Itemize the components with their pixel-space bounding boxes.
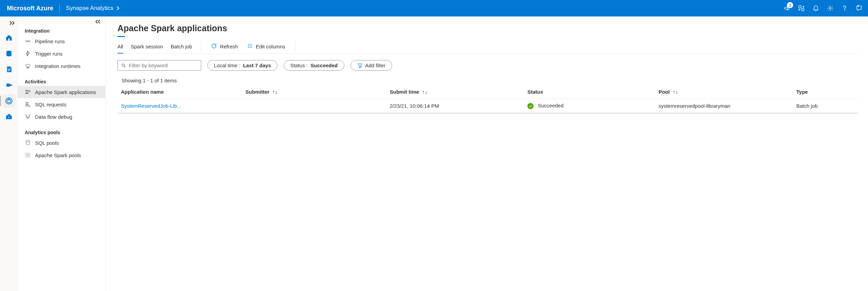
sidebar-item-spark-pools[interactable]: Apache Spark pools: [18, 149, 105, 161]
sidebar-item-pipeline-runs[interactable]: Pipeline runs: [18, 35, 105, 47]
rail-data-icon[interactable]: [5, 49, 13, 58]
svg-point-20: [29, 115, 30, 116]
status-filter-value: Succeeded: [310, 62, 338, 68]
sort-icon: [422, 90, 427, 95]
announcement-badge: 1: [787, 2, 793, 8]
service-breadcrumb[interactable]: Synapse Analytics: [66, 5, 119, 12]
edit-columns-button[interactable]: Edit columns: [246, 42, 286, 54]
svg-rect-9: [9, 84, 12, 86]
add-filter-label: Add filter: [365, 62, 386, 68]
toolbar: All Spark session Batch job Refresh Edit…: [117, 41, 858, 54]
sidebar-item-label: Trigger runs: [35, 51, 62, 57]
sidebar-item-sql-pools[interactable]: SQL pools: [18, 137, 105, 149]
time-filter-chip[interactable]: Local time : Last 7 days: [207, 60, 277, 71]
sidebar-item-label: Data flow debug: [35, 114, 72, 120]
results-count: Showing 1 - 1 of 1 items: [117, 73, 858, 85]
col-pool[interactable]: Pool: [655, 85, 793, 99]
service-name: Synapse Analytics: [66, 5, 113, 12]
sidebar-item-sql-requests[interactable]: SQL SQL requests: [18, 98, 105, 110]
left-rail: [0, 16, 18, 291]
spark-applications-icon: [25, 89, 31, 95]
announcements-icon[interactable]: 1: [784, 5, 790, 12]
cell-submit-time: 2/23/21, 10:06:14 PM: [386, 99, 524, 114]
sidebar-item-label: SQL pools: [35, 140, 59, 146]
edit-columns-label: Edit columns: [256, 44, 285, 49]
status-filter-chip[interactable]: Status : Succeeded: [284, 60, 344, 71]
col-type[interactable]: Type: [793, 85, 858, 99]
refresh-icon: [211, 43, 217, 50]
sidebar-item-label: SQL requests: [35, 102, 66, 107]
search-icon: [121, 63, 126, 68]
svg-rect-0: [799, 6, 801, 8]
rail-manage-icon[interactable]: [5, 113, 13, 121]
page-title: Apache Spark applications: [117, 23, 858, 33]
trigger-runs-icon: [25, 50, 31, 57]
col-submit-time[interactable]: Submit time: [386, 85, 524, 99]
collapse-sidebar-button[interactable]: [95, 19, 101, 25]
tab-strip: All Spark session Batch job: [117, 42, 192, 54]
sidebar-item-label: Pipeline runs: [35, 38, 65, 44]
data-flow-debug-icon: [25, 114, 31, 120]
tab-spark-session[interactable]: Spark session: [131, 42, 163, 54]
sidebar-item-integration-runtimes[interactable]: Integration runtimes: [18, 60, 105, 72]
expand-rail-button[interactable]: [9, 21, 18, 26]
success-icon: [527, 103, 534, 109]
tab-all[interactable]: All: [117, 42, 123, 54]
refresh-label: Refresh: [220, 44, 238, 49]
col-status[interactable]: Status: [524, 85, 655, 99]
topbar-divider: [59, 4, 60, 13]
sidebar-section-analytics-pools: Analytics pools: [18, 128, 105, 137]
svg-point-15: [25, 40, 27, 42]
add-filter-button[interactable]: Add filter: [351, 60, 392, 71]
svg-point-3: [844, 10, 845, 11]
topbar-actions: 1: [784, 5, 863, 12]
main-content: Apache Spark applications All Spark sess…: [106, 16, 868, 291]
edit-columns-icon: [247, 43, 253, 50]
rail-develop-icon[interactable]: [5, 65, 13, 73]
svg-text:SQL: SQL: [28, 105, 31, 107]
cell-status: Succeeded: [524, 99, 655, 114]
pipeline-runs-icon: [25, 38, 31, 44]
spark-pools-icon: [25, 152, 31, 158]
svg-rect-23: [26, 153, 30, 157]
svg-point-24: [27, 154, 29, 156]
help-icon[interactable]: [841, 5, 848, 12]
table-row[interactable]: SystemReservedJob-Lib... 2/23/21, 10:06:…: [117, 99, 858, 114]
directory-switch-icon[interactable]: [798, 5, 805, 12]
sidebar-section-integration: Integration: [18, 26, 105, 35]
integration-runtimes-icon: [25, 63, 31, 69]
notifications-icon[interactable]: [812, 5, 819, 12]
cell-submitter: [242, 99, 386, 114]
sidebar-section-activities: Activities: [18, 77, 105, 86]
svg-point-22: [26, 140, 30, 142]
sort-icon: [673, 90, 678, 95]
feedback-icon[interactable]: [856, 5, 863, 12]
settings-icon[interactable]: [827, 5, 834, 12]
keyword-filter[interactable]: [117, 60, 201, 71]
sidebar-item-trigger-runs[interactable]: Trigger runs: [18, 47, 105, 60]
refresh-button[interactable]: Refresh: [210, 42, 239, 54]
sidebar-item-label: Apache Spark applications: [35, 89, 96, 95]
sidebar-item-label: Apache Spark pools: [35, 152, 81, 158]
svg-rect-14: [9, 117, 9, 118]
keyword-input[interactable]: [129, 62, 197, 68]
rail-integrate-icon[interactable]: [5, 81, 13, 89]
azure-topbar: Microsoft Azure Synapse Analytics 1: [0, 0, 868, 16]
col-application-name[interactable]: Application name: [117, 85, 242, 99]
sidebar-item-data-flow-debug[interactable]: Data flow debug: [18, 110, 105, 123]
application-link[interactable]: SystemReservedJob-Lib...: [121, 103, 181, 109]
results-grid: Application name Submitter Submit time S…: [117, 85, 858, 291]
time-filter-value: Last 7 days: [243, 62, 271, 68]
time-filter-label: Local time :: [214, 62, 240, 68]
col-submitter[interactable]: Submitter: [242, 85, 386, 99]
status-filter-label: Status :: [290, 62, 308, 68]
table-header-row: Application name Submitter Submit time S…: [117, 85, 858, 99]
rail-home-icon[interactable]: [5, 34, 13, 42]
sidebar-item-spark-applications[interactable]: Apache Spark applications: [18, 86, 105, 98]
sidebar: Integration Pipeline runs Trigger runs I…: [18, 16, 106, 291]
cell-pool: systemreservedpool-libraryman: [655, 99, 793, 114]
tab-batch-job[interactable]: Batch job: [171, 42, 192, 54]
cell-type: Batch job: [793, 99, 858, 114]
rail-monitor-icon[interactable]: [5, 97, 13, 105]
svg-point-2: [830, 8, 831, 9]
